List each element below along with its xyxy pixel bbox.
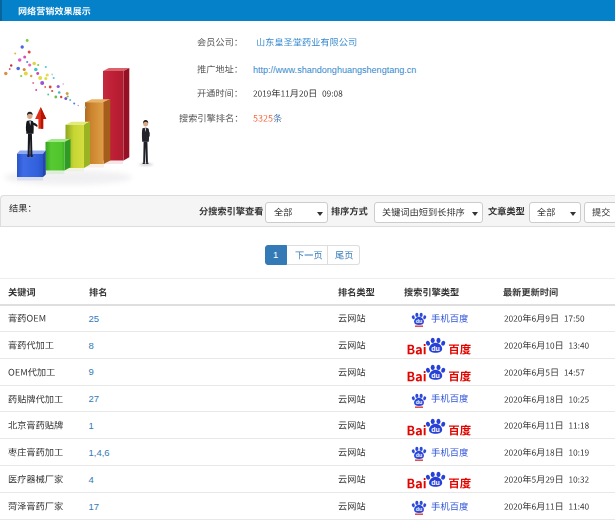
svg-text:du: du bbox=[431, 425, 440, 432]
svg-text:du: du bbox=[416, 399, 422, 405]
svg-text:du: du bbox=[416, 318, 422, 324]
svg-text:du: du bbox=[431, 345, 440, 352]
svg-text:du: du bbox=[431, 479, 440, 486]
svg-text:du: du bbox=[416, 452, 422, 458]
svg-text:du: du bbox=[431, 372, 440, 379]
svg-text:du: du bbox=[416, 506, 422, 512]
